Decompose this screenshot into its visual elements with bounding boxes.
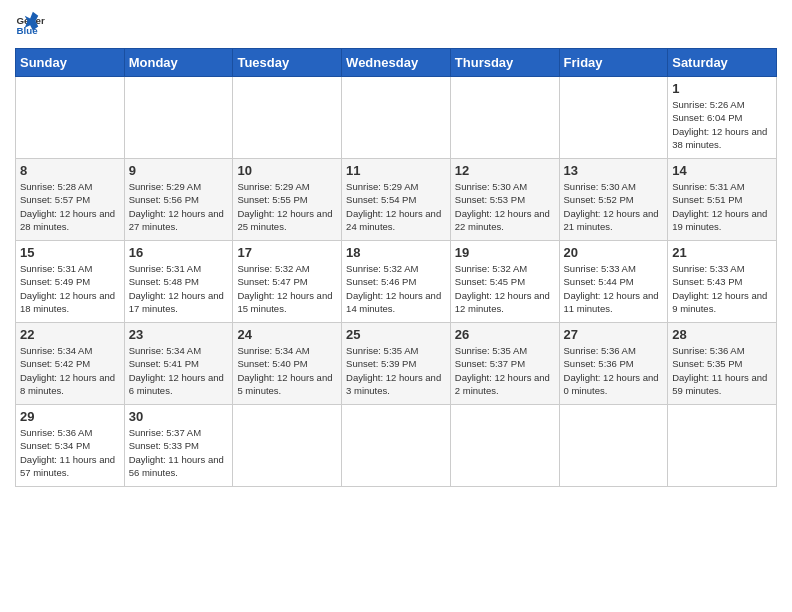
day-info: Sunrise: 5:34 AMSunset: 5:40 PMDaylight:… — [237, 345, 332, 396]
day-number: 8 — [20, 163, 120, 178]
day-cell: 23 Sunrise: 5:34 AMSunset: 5:41 PMDaylig… — [124, 323, 233, 405]
day-cell: 26 Sunrise: 5:35 AMSunset: 5:37 PMDaylig… — [450, 323, 559, 405]
day-cell: 29 Sunrise: 5:36 AMSunset: 5:34 PMDaylig… — [16, 405, 125, 487]
day-info: Sunrise: 5:34 AMSunset: 5:42 PMDaylight:… — [20, 345, 115, 396]
day-number: 19 — [455, 245, 555, 260]
day-cell: 22 Sunrise: 5:34 AMSunset: 5:42 PMDaylig… — [16, 323, 125, 405]
day-number: 17 — [237, 245, 337, 260]
day-cell: 12 Sunrise: 5:30 AMSunset: 5:53 PMDaylig… — [450, 159, 559, 241]
day-cell: 15 Sunrise: 5:31 AMSunset: 5:49 PMDaylig… — [16, 241, 125, 323]
day-number: 1 — [672, 81, 772, 96]
col-header-saturday: Saturday — [668, 49, 777, 77]
day-info: Sunrise: 5:29 AMSunset: 5:54 PMDaylight:… — [346, 181, 441, 232]
day-number: 15 — [20, 245, 120, 260]
week-row-5: 29 Sunrise: 5:36 AMSunset: 5:34 PMDaylig… — [16, 405, 777, 487]
day-info: Sunrise: 5:35 AMSunset: 5:37 PMDaylight:… — [455, 345, 550, 396]
day-cell: 9 Sunrise: 5:29 AMSunset: 5:56 PMDayligh… — [124, 159, 233, 241]
col-header-sunday: Sunday — [16, 49, 125, 77]
day-cell — [16, 77, 125, 159]
day-cell — [668, 405, 777, 487]
logo-svg: General Blue — [15, 10, 45, 40]
day-info: Sunrise: 5:32 AMSunset: 5:45 PMDaylight:… — [455, 263, 550, 314]
day-cell: 10 Sunrise: 5:29 AMSunset: 5:55 PMDaylig… — [233, 159, 342, 241]
day-number: 18 — [346, 245, 446, 260]
day-number: 27 — [564, 327, 664, 342]
day-cell — [559, 77, 668, 159]
day-cell — [233, 405, 342, 487]
day-number: 24 — [237, 327, 337, 342]
day-info: Sunrise: 5:26 AMSunset: 6:04 PMDaylight:… — [672, 99, 767, 150]
day-info: Sunrise: 5:30 AMSunset: 5:52 PMDaylight:… — [564, 181, 659, 232]
day-info: Sunrise: 5:31 AMSunset: 5:48 PMDaylight:… — [129, 263, 224, 314]
calendar-table: SundayMondayTuesdayWednesdayThursdayFrid… — [15, 48, 777, 487]
day-cell: 1 Sunrise: 5:26 AMSunset: 6:04 PMDayligh… — [668, 77, 777, 159]
day-cell: 11 Sunrise: 5:29 AMSunset: 5:54 PMDaylig… — [342, 159, 451, 241]
day-cell: 16 Sunrise: 5:31 AMSunset: 5:48 PMDaylig… — [124, 241, 233, 323]
week-row-3: 15 Sunrise: 5:31 AMSunset: 5:49 PMDaylig… — [16, 241, 777, 323]
day-info: Sunrise: 5:31 AMSunset: 5:49 PMDaylight:… — [20, 263, 115, 314]
day-cell: 21 Sunrise: 5:33 AMSunset: 5:43 PMDaylig… — [668, 241, 777, 323]
day-cell: 13 Sunrise: 5:30 AMSunset: 5:52 PMDaylig… — [559, 159, 668, 241]
day-info: Sunrise: 5:36 AMSunset: 5:34 PMDaylight:… — [20, 427, 115, 478]
day-info: Sunrise: 5:30 AMSunset: 5:53 PMDaylight:… — [455, 181, 550, 232]
day-cell — [450, 77, 559, 159]
day-info: Sunrise: 5:29 AMSunset: 5:55 PMDaylight:… — [237, 181, 332, 232]
main-container: General Blue SundayMondayTuesdayWednesda… — [0, 0, 792, 497]
day-cell: 8 Sunrise: 5:28 AMSunset: 5:57 PMDayligh… — [16, 159, 125, 241]
day-cell — [559, 405, 668, 487]
day-cell — [124, 77, 233, 159]
week-row-2: 8 Sunrise: 5:28 AMSunset: 5:57 PMDayligh… — [16, 159, 777, 241]
day-cell — [342, 77, 451, 159]
col-header-friday: Friday — [559, 49, 668, 77]
day-number: 10 — [237, 163, 337, 178]
day-cell: 17 Sunrise: 5:32 AMSunset: 5:47 PMDaylig… — [233, 241, 342, 323]
day-cell: 24 Sunrise: 5:34 AMSunset: 5:40 PMDaylig… — [233, 323, 342, 405]
day-info: Sunrise: 5:35 AMSunset: 5:39 PMDaylight:… — [346, 345, 441, 396]
day-number: 22 — [20, 327, 120, 342]
day-number: 28 — [672, 327, 772, 342]
day-cell: 20 Sunrise: 5:33 AMSunset: 5:44 PMDaylig… — [559, 241, 668, 323]
day-cell: 14 Sunrise: 5:31 AMSunset: 5:51 PMDaylig… — [668, 159, 777, 241]
day-cell: 18 Sunrise: 5:32 AMSunset: 5:46 PMDaylig… — [342, 241, 451, 323]
header-row: SundayMondayTuesdayWednesdayThursdayFrid… — [16, 49, 777, 77]
logo: General Blue — [15, 10, 49, 40]
day-info: Sunrise: 5:36 AMSunset: 5:36 PMDaylight:… — [564, 345, 659, 396]
day-number: 13 — [564, 163, 664, 178]
day-cell — [450, 405, 559, 487]
day-info: Sunrise: 5:36 AMSunset: 5:35 PMDaylight:… — [672, 345, 767, 396]
col-header-tuesday: Tuesday — [233, 49, 342, 77]
day-cell: 27 Sunrise: 5:36 AMSunset: 5:36 PMDaylig… — [559, 323, 668, 405]
day-cell — [342, 405, 451, 487]
day-number: 11 — [346, 163, 446, 178]
day-number: 25 — [346, 327, 446, 342]
day-info: Sunrise: 5:33 AMSunset: 5:43 PMDaylight:… — [672, 263, 767, 314]
day-cell — [233, 77, 342, 159]
day-number: 14 — [672, 163, 772, 178]
day-number: 9 — [129, 163, 229, 178]
day-info: Sunrise: 5:34 AMSunset: 5:41 PMDaylight:… — [129, 345, 224, 396]
week-row-1: 1 Sunrise: 5:26 AMSunset: 6:04 PMDayligh… — [16, 77, 777, 159]
day-info: Sunrise: 5:37 AMSunset: 5:33 PMDaylight:… — [129, 427, 224, 478]
day-info: Sunrise: 5:32 AMSunset: 5:46 PMDaylight:… — [346, 263, 441, 314]
day-number: 23 — [129, 327, 229, 342]
col-header-monday: Monday — [124, 49, 233, 77]
day-info: Sunrise: 5:31 AMSunset: 5:51 PMDaylight:… — [672, 181, 767, 232]
day-info: Sunrise: 5:29 AMSunset: 5:56 PMDaylight:… — [129, 181, 224, 232]
day-number: 29 — [20, 409, 120, 424]
day-cell: 25 Sunrise: 5:35 AMSunset: 5:39 PMDaylig… — [342, 323, 451, 405]
day-number: 30 — [129, 409, 229, 424]
day-number: 21 — [672, 245, 772, 260]
day-cell: 28 Sunrise: 5:36 AMSunset: 5:35 PMDaylig… — [668, 323, 777, 405]
day-cell: 19 Sunrise: 5:32 AMSunset: 5:45 PMDaylig… — [450, 241, 559, 323]
day-number: 20 — [564, 245, 664, 260]
day-number: 26 — [455, 327, 555, 342]
day-cell: 30 Sunrise: 5:37 AMSunset: 5:33 PMDaylig… — [124, 405, 233, 487]
day-number: 12 — [455, 163, 555, 178]
col-header-wednesday: Wednesday — [342, 49, 451, 77]
day-number: 16 — [129, 245, 229, 260]
day-info: Sunrise: 5:32 AMSunset: 5:47 PMDaylight:… — [237, 263, 332, 314]
week-row-4: 22 Sunrise: 5:34 AMSunset: 5:42 PMDaylig… — [16, 323, 777, 405]
day-info: Sunrise: 5:33 AMSunset: 5:44 PMDaylight:… — [564, 263, 659, 314]
col-header-thursday: Thursday — [450, 49, 559, 77]
day-info: Sunrise: 5:28 AMSunset: 5:57 PMDaylight:… — [20, 181, 115, 232]
